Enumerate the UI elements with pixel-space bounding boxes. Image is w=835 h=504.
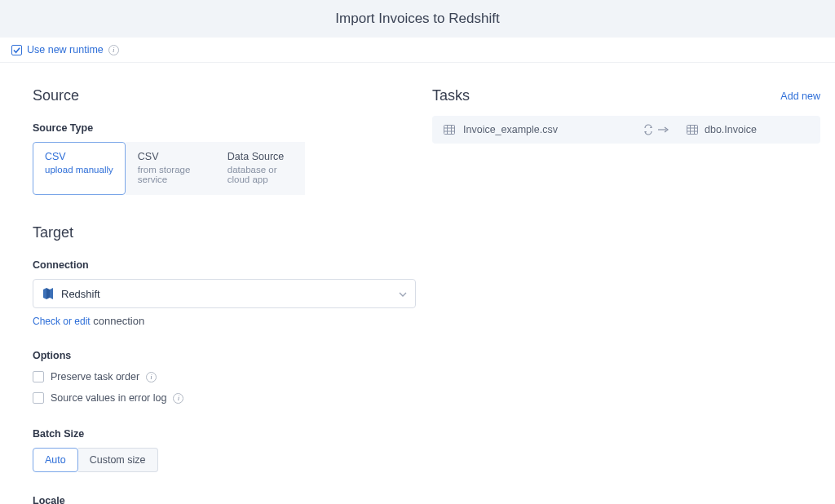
header-bar: Import Invoices to Redshift (0, 0, 835, 38)
add-new-task-link[interactable]: Add new (780, 91, 820, 102)
svg-rect-0 (444, 126, 455, 135)
chevron-down-icon (399, 290, 407, 298)
page-title: Import Invoices to Redshift (335, 11, 499, 27)
runtime-toggle-bar: Use new runtime i (0, 38, 835, 63)
runtime-label[interactable]: Use new runtime (27, 44, 104, 55)
source-type-selector: CSV upload manually CSV from storage ser… (33, 142, 416, 195)
task-row[interactable]: Invoice_example.csv (432, 116, 820, 144)
source-type-data-source[interactable]: Data Source database or cloud app (215, 142, 305, 195)
info-icon[interactable]: i (108, 45, 119, 55)
batch-auto-button[interactable]: Auto (33, 448, 78, 472)
error-log-checkbox[interactable] (33, 392, 44, 404)
table-icon (687, 125, 698, 135)
table-icon (444, 125, 455, 135)
connection-label: Connection (33, 259, 416, 271)
info-icon[interactable]: i (146, 372, 157, 382)
source-heading: Source (33, 87, 416, 104)
connection-value: Redshift (61, 288, 100, 300)
batch-size-selector: Auto Custom size (33, 448, 416, 472)
source-type-csv-storage[interactable]: CSV from storage service (126, 142, 215, 195)
source-type-label: Source Type (33, 122, 416, 134)
sync-arrow-icon (643, 124, 669, 135)
redshift-icon (42, 287, 55, 300)
runtime-checkbox[interactable] (11, 45, 22, 55)
info-icon[interactable]: i (173, 393, 183, 404)
preserve-order-checkbox[interactable] (33, 371, 44, 382)
task-destination: dbo.Invoice (705, 124, 757, 135)
tasks-heading: Tasks (432, 87, 470, 104)
check-edit-connection[interactable]: Check or edit connection (33, 315, 416, 327)
connection-select[interactable]: Redshift (33, 279, 416, 308)
locale-heading: Locale (33, 495, 416, 504)
svg-rect-6 (687, 126, 698, 135)
task-source: Invoice_example.csv (463, 124, 558, 135)
target-heading: Target (33, 224, 416, 241)
error-log-option[interactable]: Source values in error log i (33, 392, 416, 404)
options-heading: Options (33, 350, 416, 361)
preserve-order-option[interactable]: Preserve task order i (33, 371, 416, 382)
source-type-csv-manual[interactable]: CSV upload manually (33, 142, 126, 195)
batch-custom-button[interactable]: Custom size (78, 448, 158, 472)
batch-size-heading: Batch Size (33, 428, 416, 440)
